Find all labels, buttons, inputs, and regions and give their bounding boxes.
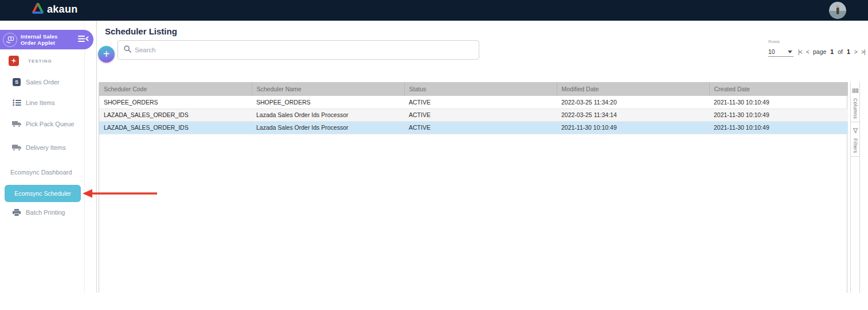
akaun-logo: akaun — [32, 2, 78, 17]
table-cell: ACTIVE — [404, 108, 557, 121]
scheduler-table: Scheduler Code Scheduler Name Status Mod… — [99, 82, 847, 293]
akaun-triangle-icon — [32, 2, 44, 17]
user-avatar[interactable] — [829, 2, 846, 19]
page-title: Scheduler Listing — [105, 26, 177, 36]
topbar: akaun — [0, 0, 868, 21]
table-cell: 2021-11-30 10:10:49 — [557, 121, 709, 134]
column-header[interactable]: Modified Date — [557, 82, 709, 96]
next-page-button[interactable]: > — [854, 48, 857, 55]
truck-icon — [11, 121, 22, 127]
search-icon — [124, 45, 131, 55]
content-divider — [96, 21, 97, 293]
tenant-row[interactable]: TESTING — [9, 56, 52, 66]
table-cell: ACTIVE — [404, 121, 557, 134]
table-row[interactable]: LAZADA_SALES_ORDER_IDSLazada Sales Order… — [99, 121, 848, 134]
search-input[interactable] — [135, 46, 473, 53]
table-cell: Lazada Sales Order Ids Processor — [252, 108, 404, 121]
rows-per-page-label: Rows — [768, 39, 780, 44]
table-cell: SHOPEE_ORDERS — [252, 96, 404, 108]
column-header[interactable]: Created Date — [709, 82, 848, 96]
columns-icon — [853, 86, 858, 96]
prev-page-button[interactable]: < — [806, 48, 809, 55]
sidebar-item-pick-pack-queue[interactable]: Pick Pack Queue — [0, 119, 85, 129]
applet-icon: $ — [3, 33, 17, 47]
filter-icon — [853, 126, 858, 136]
table-cell: LAZADA_SALES_ORDER_IDS — [99, 121, 252, 134]
table-cell: ACTIVE — [404, 96, 557, 108]
sidebar-item-delivery-items[interactable]: Delivery Items — [0, 142, 85, 153]
printer-icon — [11, 209, 22, 216]
search-box — [118, 40, 479, 60]
plus-icon: + — [103, 48, 110, 60]
tenant-label: TESTING — [28, 59, 52, 64]
sidebar-item-ecomsync-dashboard[interactable]: Ecomsync Dashboard — [0, 167, 85, 177]
sidebar-item-batch-printing[interactable]: Batch Printing — [0, 207, 85, 218]
table-cell: 2022-03-25 11:34:20 — [557, 96, 709, 108]
table-header-row: Scheduler Code Scheduler Name Status Mod… — [99, 82, 848, 96]
sidebar-item-ecomsync-scheduler[interactable]: Ecomsync Scheduler — [5, 185, 81, 202]
table-cell: 2021-11-30 10:10:49 — [709, 96, 848, 108]
column-header[interactable]: Scheduler Code — [99, 82, 252, 96]
pagination: |< < page 1 of 1 > >| — [798, 48, 865, 55]
table-cell: Lazada Sales Order Ids Processor — [252, 121, 404, 134]
table-cell: 2021-11-30 10:10:49 — [709, 121, 848, 134]
table-row[interactable]: SHOPEE_ORDERSSHOPEE_ORDERSACTIVE2022-03-… — [99, 96, 848, 108]
sales-order-icon: S — [11, 78, 22, 86]
add-scheduler-button[interactable]: + — [98, 46, 115, 63]
sidebar-collapse-icon[interactable] — [78, 34, 89, 45]
sidebar-item-line-items[interactable]: Line Items — [0, 98, 85, 108]
app-window: akaun $ Internal Sales Order Applet — [0, 0, 868, 310]
svg-text:$: $ — [10, 37, 11, 40]
column-header[interactable]: Status — [404, 82, 557, 96]
sidebar-item-sales-order[interactable]: S Sales Order — [0, 77, 85, 87]
side-panel-tabs: Columns Filters — [850, 82, 860, 293]
page-word: page — [813, 48, 826, 55]
table-cell: LAZADA_SALES_ORDER_IDS — [99, 108, 252, 121]
first-page-button[interactable]: |< — [798, 48, 802, 55]
column-header[interactable]: Scheduler Name — [252, 82, 404, 96]
rows-per-page-select[interactable]: 10 — [768, 47, 793, 57]
tab-columns[interactable]: Columns — [851, 82, 859, 122]
table-cell: SHOPEE_ORDERS — [99, 96, 252, 108]
list-icon — [11, 99, 22, 106]
applet-switcher-button[interactable]: $ Internal Sales Order Applet — [0, 30, 93, 49]
current-page-number: 1 — [830, 48, 834, 55]
total-pages-number: 1 — [847, 48, 850, 55]
tab-filters[interactable]: Filters — [851, 122, 859, 157]
table-row[interactable]: LAZADA_SALES_ORDER_IDSLazada Sales Order… — [99, 108, 848, 121]
annotation-arrow — [83, 188, 158, 202]
applet-title: Internal Sales Order Applet — [21, 33, 77, 46]
chevron-down-icon — [788, 51, 792, 53]
logo-text: akaun — [47, 3, 78, 16]
truck-icon — [11, 144, 22, 151]
of-word: of — [838, 48, 843, 55]
tenant-icon — [9, 56, 19, 66]
table-cell: 2021-11-30 10:10:49 — [709, 108, 848, 121]
last-page-button[interactable]: >| — [861, 48, 865, 55]
table-body: SHOPEE_ORDERSSHOPEE_ORDERSACTIVE2022-03-… — [99, 96, 848, 134]
table-cell: 2022-03-25 11:34:14 — [557, 108, 709, 121]
